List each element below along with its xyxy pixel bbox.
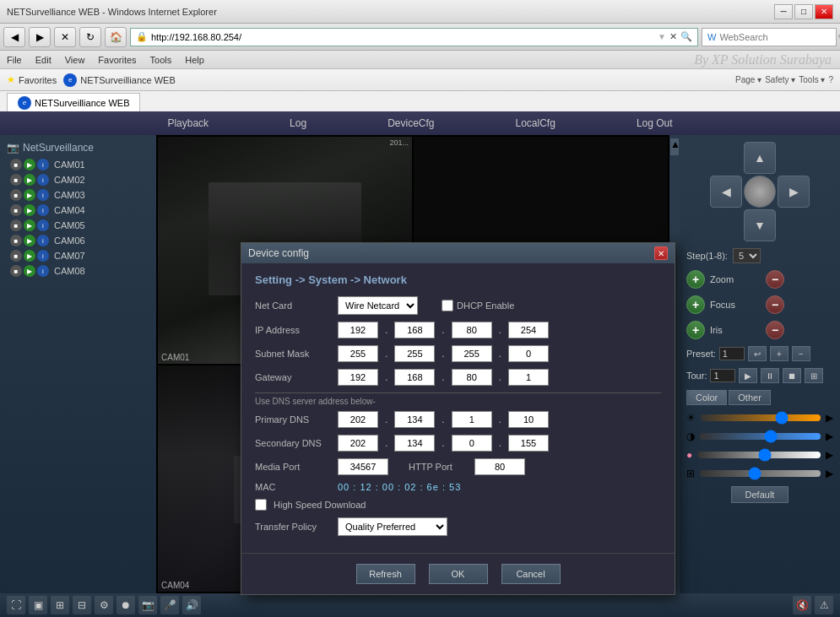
cam-item-05[interactable]: ■ ▶ i CAM05 [0,218,156,233]
color-tab[interactable]: Color [686,390,727,405]
cam-stop-05[interactable]: ■ [10,219,22,231]
ok-button[interactable]: OK [429,564,488,584]
menu-view[interactable]: View [65,55,85,65]
nav-log[interactable]: Log [283,114,313,133]
zoom-minus[interactable]: − [766,270,784,289]
sdns-octet-2[interactable] [394,435,435,452]
high-speed-checkbox[interactable] [255,499,267,511]
tb-split4[interactable]: ⊞ [51,596,69,614]
tour-btn3[interactable]: ⏹ [783,368,801,383]
cam-play-08[interactable]: ▶ [24,265,35,277]
cam-stop-02[interactable]: ■ [10,174,22,186]
cam-info-05[interactable]: i [37,219,49,231]
default-button[interactable]: Default [731,486,789,503]
cam-info-03[interactable]: i [37,189,49,201]
modal-close-button[interactable]: ✕ [654,246,668,260]
gw-octet-1[interactable] [338,369,378,386]
focus-minus[interactable]: − [766,295,784,314]
step-select[interactable]: 5 1234 678 [733,248,761,263]
cam-item-03[interactable]: ■ ▶ i CAM03 [0,187,156,203]
menu-help[interactable]: Help [185,55,204,65]
iris-plus[interactable]: + [686,321,705,339]
tb-talk[interactable]: 🎤 [160,596,179,614]
home-button[interactable]: 🏠 [105,27,127,47]
hue-slider[interactable] [700,470,821,477]
ptz-right[interactable]: ▶ [778,176,810,208]
tour-btn4[interactable]: ⊞ [805,368,823,383]
close-button[interactable]: ✕ [815,4,833,19]
refresh-button[interactable]: ↻ [79,27,101,47]
pdns-octet-4[interactable] [508,411,549,428]
tb-capture[interactable]: 📷 [138,596,157,614]
address-input[interactable] [151,32,658,42]
cam-item-07[interactable]: ■ ▶ i CAM07 [0,248,156,263]
subnet-octet-2[interactable] [394,345,435,362]
cam-item-02[interactable]: ■ ▶ i CAM02 [0,172,156,187]
media-port-input[interactable] [338,458,388,475]
tab-netsurveil[interactable]: e NETSurveilliance WEB [7,93,140,111]
saturation-slider[interactable] [697,452,821,458]
ptz-center[interactable] [744,176,776,208]
tb-alarm[interactable]: ⚠ [815,596,833,614]
cam-item-06[interactable]: ■ ▶ i CAM06 [0,233,156,248]
minimize-button[interactable]: ─ [774,4,793,19]
cam-info-02[interactable]: i [37,174,49,186]
cam-info-08[interactable]: i [37,265,49,277]
dhcp-checkbox[interactable] [442,300,453,311]
transfer-select[interactable]: Quality Preferred Speed Preferred Balanc… [338,517,447,536]
gw-octet-2[interactable] [394,369,435,386]
preset-btn3[interactable]: − [792,346,810,361]
cam-item-04[interactable]: ■ ▶ i CAM04 [0,203,156,218]
ip-octet-3[interactable] [452,322,492,338]
safety-menu[interactable]: Safety ▾ [765,75,795,84]
menu-tools[interactable]: Tools [150,55,172,65]
pdns-octet-3[interactable] [452,411,492,428]
nav-devicecfg[interactable]: DeviceCfg [381,114,441,133]
cam-stop-07[interactable]: ■ [10,250,22,262]
back-button[interactable]: ◀ [3,27,25,47]
cam-play-06[interactable]: ▶ [24,235,35,246]
forward-button[interactable]: ▶ [29,27,51,47]
tour-btn1[interactable]: ▶ [739,368,757,383]
cam-stop-04[interactable]: ■ [10,204,22,216]
gw-octet-4[interactable] [508,369,549,386]
zoom-plus[interactable]: + [686,270,705,289]
tb-config[interactable]: ⚙ [95,596,113,614]
refresh-button[interactable]: Refresh [356,564,415,584]
cam-play-02[interactable]: ▶ [24,174,35,186]
tools-menu[interactable]: Tools ▾ [799,75,825,84]
menu-favorites[interactable]: Favorites [98,55,136,65]
page-menu[interactable]: Page ▾ [735,75,761,84]
preset-btn2[interactable]: + [770,346,789,361]
http-port-input[interactable] [474,458,525,475]
pdns-octet-1[interactable] [338,411,378,428]
ip-octet-2[interactable] [394,322,435,338]
maximize-button[interactable]: □ [794,4,813,19]
sdns-octet-4[interactable] [508,435,549,452]
nav-playback[interactable]: Playback [160,114,215,133]
cam-item-01[interactable]: ■ ▶ i CAM01 [0,157,156,172]
cam-play-07[interactable]: ▶ [24,250,35,262]
subnet-octet-4[interactable] [508,345,549,362]
cam-item-08[interactable]: ■ ▶ i CAM08 [0,263,156,279]
ptz-left[interactable]: ◀ [710,176,742,208]
focus-plus[interactable]: + [686,295,705,314]
cam-info-04[interactable]: i [37,204,49,216]
gw-octet-3[interactable] [452,369,492,386]
cam-play-01[interactable]: ▶ [24,159,35,170]
ptz-down[interactable]: ▼ [744,209,776,241]
sdns-octet-3[interactable] [452,435,492,452]
cam-stop-08[interactable]: ■ [10,265,22,277]
cam-info-01[interactable]: i [37,159,49,170]
other-tab[interactable]: Other [729,390,771,405]
ip-octet-4[interactable] [508,322,549,338]
cam-play-05[interactable]: ▶ [24,219,35,231]
nav-localcfg[interactable]: LocalCfg [509,114,562,133]
subnet-octet-3[interactable] [452,345,492,362]
tb-mute[interactable]: 🔇 [793,596,811,614]
menu-file[interactable]: File [7,55,22,65]
tour-btn2[interactable]: ⏸ [761,368,779,383]
net-card-select[interactable]: Wire Netcard [338,296,418,315]
preset-input[interactable] [719,347,745,360]
tb-record[interactable]: ⏺ [117,596,135,614]
